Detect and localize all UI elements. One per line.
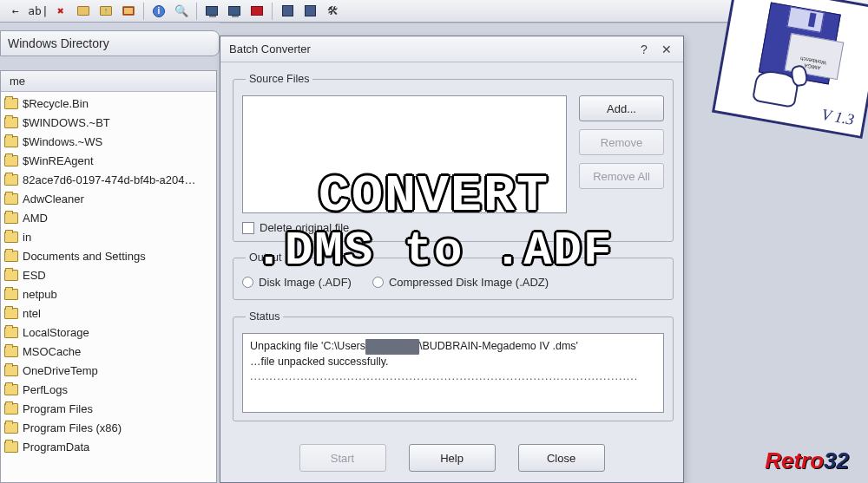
list-item[interactable]: LocalStorage <box>3 323 216 342</box>
address-bar-label: Windows Directory <box>8 36 109 50</box>
help-button-bottom[interactable]: Help <box>409 444 496 472</box>
rename-icon[interactable]: ab| <box>28 2 49 21</box>
output-adz-radio[interactable]: Compressed Disk Image (.ADZ) <box>372 276 549 289</box>
status-line2: …file unpacked successfully. <box>250 355 656 370</box>
list-item-label: netpub <box>23 288 57 301</box>
list-item[interactable]: ProgramData <box>3 437 216 456</box>
status-line1b: \BUDBRAIN-Megademo IV .dms' <box>419 340 578 352</box>
delete-original-checkbox[interactable] <box>242 222 254 234</box>
list-item-label: $WINDOWS.~BT <box>23 116 110 129</box>
brand-part1: Retro <box>765 447 824 473</box>
output-group: Output Disk Image (.ADF) Compressed Disk… <box>233 251 674 300</box>
find-icon[interactable]: 🔍 <box>171 2 192 21</box>
folder-up-icon[interactable] <box>95 2 116 21</box>
list-item[interactable]: in <box>3 227 216 246</box>
status-dots: ........................................… <box>250 369 656 385</box>
list-item[interactable]: Program Files <box>3 399 216 418</box>
output-legend: Output <box>246 251 286 264</box>
info-icon[interactable]: i <box>148 2 169 21</box>
list-item[interactable]: ntel <box>3 304 216 323</box>
folder-icon <box>4 346 18 357</box>
list-item-label: PerfLogs <box>23 383 68 396</box>
list-item[interactable]: $Windows.~WS <box>3 132 216 151</box>
brand-part2: 32 <box>824 447 849 473</box>
file-list[interactable]: $Recycle.Bin$WINDOWS.~BT$Windows.~WS$Win… <box>1 92 216 456</box>
list-item-label: LocalStorage <box>23 326 89 339</box>
list-item[interactable]: ESD <box>3 265 216 284</box>
source-files-group: Source Files Add... Remove Remove All De… <box>233 73 674 242</box>
folder-icon <box>4 193 18 205</box>
disk2-icon[interactable] <box>299 2 320 21</box>
list-item-label: $WinREAgent <box>23 154 94 167</box>
screen2-icon[interactable] <box>224 2 245 21</box>
folder-tree-icon[interactable] <box>118 2 139 21</box>
list-item[interactable]: PerfLogs <box>3 380 216 399</box>
output-adf-radio[interactable]: Disk Image (.ADF) <box>242 276 352 289</box>
remove-button[interactable]: Remove <box>579 129 664 155</box>
toolbar-separator <box>143 3 144 20</box>
file-list-panel: me $Recycle.Bin$WINDOWS.~BT$Windows.~WS$… <box>0 70 217 483</box>
radio-dot-icon <box>242 277 253 288</box>
add-button[interactable]: Add... <box>579 95 664 121</box>
batch-converter-dialog: Batch Converter ? ✕ Source Files Add... … <box>220 36 684 483</box>
dialog-titlebar[interactable]: Batch Converter ? ✕ <box>220 36 683 62</box>
folder-icon <box>4 384 18 395</box>
list-item-label: OneDriveTemp <box>23 364 98 377</box>
help-button[interactable]: ? <box>633 40 655 59</box>
toolbar-separator <box>196 3 197 20</box>
remove-all-button[interactable]: Remove All <box>579 163 664 189</box>
folder-icon <box>4 441 18 453</box>
address-bar[interactable]: Windows Directory <box>0 30 220 56</box>
status-text: Unpacking file 'C:\Users███████\BUDBRAIN… <box>242 333 664 413</box>
version-label: V 1.3 <box>820 106 856 129</box>
list-item-label: in <box>23 231 31 244</box>
list-item-label: $Windows.~WS <box>23 135 102 148</box>
list-item-label: ntel <box>23 307 41 320</box>
list-item[interactable]: Program Files (x86) <box>3 418 216 437</box>
list-item-label: MSOCache <box>23 345 81 358</box>
close-button[interactable]: Close <box>518 444 605 472</box>
list-item[interactable]: AdwCleaner <box>3 189 216 208</box>
folder-icon <box>4 308 18 319</box>
floppy-badge: AMIGA Workbench V 1.3 <box>712 0 868 139</box>
column-header-name[interactable]: me <box>1 71 216 92</box>
delete-original-row[interactable]: Delete original file <box>242 221 349 234</box>
folder-icon <box>4 212 18 224</box>
output-adf-label: Disk Image (.ADF) <box>259 276 352 289</box>
nav-back-icon[interactable]: ← <box>5 2 26 21</box>
list-item[interactable]: Documents and Settings <box>3 246 216 265</box>
toolbar-separator <box>272 3 273 20</box>
redacted-username: ███████ <box>365 339 419 355</box>
list-item-label: $Recycle.Bin <box>23 97 89 110</box>
list-item[interactable]: MSOCache <box>3 342 216 361</box>
list-item[interactable]: 82ace7d6-0197-474d-bf4b-a204… <box>3 170 216 189</box>
folder-icon <box>4 136 18 147</box>
folder-icon <box>4 98 18 109</box>
list-item-label: AMD <box>23 212 48 225</box>
open-folder-icon[interactable] <box>73 2 94 21</box>
list-item-label: ESD <box>23 269 46 282</box>
list-item[interactable]: netpub <box>3 284 216 304</box>
list-item-label: AdwCleaner <box>23 193 84 206</box>
delete-original-label: Delete original file <box>260 221 349 234</box>
list-item-label: ProgramData <box>23 441 89 454</box>
list-item-label: Program Files (x86) <box>23 421 122 434</box>
flag-icon[interactable] <box>247 2 267 21</box>
hand-icon <box>743 47 814 111</box>
source-files-listbox[interactable] <box>242 95 567 213</box>
close-icon[interactable]: ✕ <box>655 40 678 59</box>
folder-icon <box>4 232 18 243</box>
source-files-legend: Source Files <box>246 73 312 85</box>
list-item[interactable]: $WinREAgent <box>3 151 216 170</box>
screen1-icon[interactable] <box>201 2 222 21</box>
disk1-icon[interactable] <box>277 2 298 21</box>
list-item[interactable]: AMD <box>3 208 216 227</box>
folder-icon <box>4 174 18 186</box>
delete-icon[interactable]: ✖ <box>50 2 71 21</box>
tools-icon[interactable]: 🛠 <box>322 2 343 21</box>
retro32-brand: Retro32 <box>765 447 849 474</box>
start-button[interactable]: Start <box>299 444 386 472</box>
list-item[interactable]: $Recycle.Bin <box>3 94 216 113</box>
list-item[interactable]: OneDriveTemp <box>3 361 216 380</box>
list-item[interactable]: $WINDOWS.~BT <box>3 113 216 132</box>
